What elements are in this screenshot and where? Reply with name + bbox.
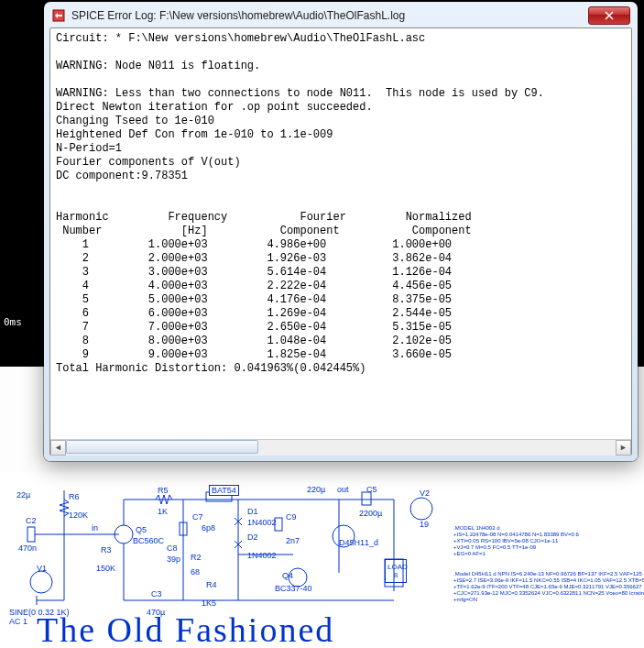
comp-c9v: 2n7 <box>286 536 300 545</box>
comp-r4: R4 <box>206 580 217 589</box>
comp-c7: C7 <box>192 512 203 522</box>
close-icon <box>605 11 614 20</box>
comp-c220u: 220µ <box>307 485 325 494</box>
title-artwork: The Old Fashioned <box>37 610 334 648</box>
comp-r2v: 68 <box>191 567 200 577</box>
comp-r5v: 1K <box>158 507 168 516</box>
comp-d45: D45H11_d <box>339 538 378 547</box>
comp-c7v: 6p8 <box>202 523 215 533</box>
load-value: 8 <box>394 571 398 579</box>
comp-c3: C3 <box>151 589 162 599</box>
app-icon <box>51 8 66 23</box>
comp-d1: D1 <box>247 507 258 516</box>
comp-v1ac: AC 1 <box>9 617 27 626</box>
comp-q4t: BC337-40 <box>275 584 312 593</box>
comp-q5: Q5 <box>136 525 147 534</box>
comp-r3: R3 <box>101 545 112 555</box>
log-text[interactable]: Circuit: * F:\New versions\homebrew\Audi… <box>56 32 626 435</box>
comp-d2t: 1N4002 <box>247 551 277 560</box>
client-area: Circuit: * F:\New versions\homebrew\Audi… <box>49 27 632 456</box>
comp-d1t: 1N4002 <box>247 518 277 527</box>
comp-c2: C2 <box>26 516 37 525</box>
load-label: LOAD <box>387 563 408 571</box>
svg-point-2 <box>30 571 52 593</box>
comp-d2: D2 <box>247 533 258 542</box>
horizontal-scrollbar[interactable]: ◄ ► <box>50 439 631 455</box>
comp-out: out <box>337 485 349 494</box>
comp-q4: Q4 <box>282 571 293 580</box>
window-title: SPICE Error Log: F:\New versions\homebre… <box>71 9 588 22</box>
comp-v1: V1 <box>37 564 47 573</box>
comp-v2v: 19 <box>420 520 429 529</box>
titlebar[interactable]: SPICE Error Log: F:\New versions\homebre… <box>49 7 632 27</box>
model-text-2: .Model D45H11 d NPN IS=6.240e-13 NF=0.96… <box>453 571 644 603</box>
comp-r4v: 1K5 <box>202 599 216 608</box>
comp-load: LOAD 8 <box>385 559 407 583</box>
comp-r6: R6 <box>69 492 80 501</box>
model-text-1: .MODEL 1N4002 d +IS=1.22478e-08 N=0.0414… <box>453 525 579 557</box>
comp-c2v: 470n <box>18 544 37 553</box>
scroll-track[interactable] <box>66 440 616 456</box>
comp-W: 22µ <box>16 490 30 500</box>
comp-r2: R2 <box>191 553 202 562</box>
comp-c9: C9 <box>286 512 297 522</box>
svg-rect-0 <box>27 527 35 542</box>
comp-c5: C5 <box>366 485 377 494</box>
comp-in: in <box>92 523 98 533</box>
comp-r6v: 120K <box>69 511 88 520</box>
comp-q5t: BC560C <box>133 536 164 545</box>
time-axis-label: 0ms <box>4 316 22 328</box>
comp-c5v: 2200µ <box>359 509 382 518</box>
comp-r3v: 150K <box>96 564 115 573</box>
comp-bat54: BAT54 <box>209 485 239 496</box>
close-button[interactable] <box>588 6 630 25</box>
comp-c8v: 39p <box>167 555 180 564</box>
comp-c8: C8 <box>167 544 178 553</box>
scroll-thumb[interactable] <box>66 440 258 454</box>
scroll-right-button[interactable]: ► <box>616 440 631 456</box>
comp-r5: R5 <box>158 486 169 495</box>
comp-v2: V2 <box>420 489 430 498</box>
svg-rect-21 <box>362 492 371 505</box>
error-log-window: SPICE Error Log: F:\New versions\homebre… <box>44 2 638 461</box>
scroll-left-button[interactable]: ◄ <box>50 440 66 456</box>
svg-point-24 <box>410 498 432 520</box>
